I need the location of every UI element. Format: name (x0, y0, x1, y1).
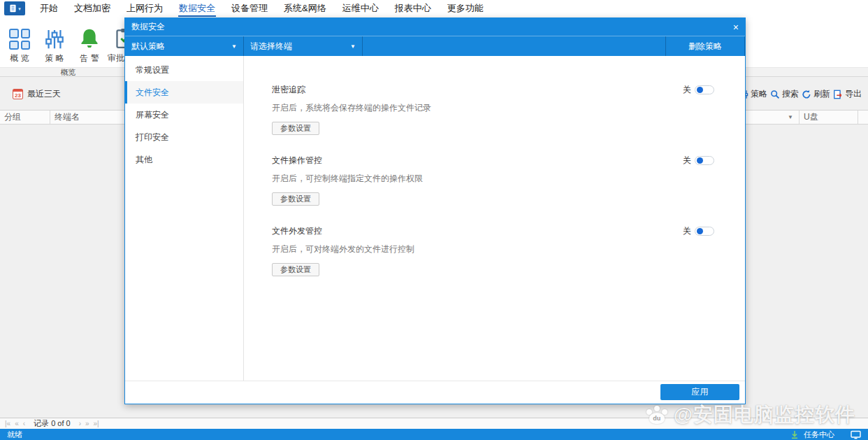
menu-tab[interactable]: 数据安全 (178, 1, 216, 17)
setting-title: 文件外发管控 (272, 225, 322, 237)
setting-toggle[interactable]: 关 (683, 155, 714, 166)
calendar-icon: 23 (13, 89, 23, 99)
pager-next-icon[interactable]: » (85, 420, 89, 427)
toggle-switch[interactable] (695, 156, 714, 165)
pagination-bar: |««‹ 记录 0 of 0 ›»»| (0, 418, 868, 429)
setting-block: 文件外发管控 关 开启后，可对终端外发的文件进行控制 参数设置 (272, 225, 714, 276)
dialog-body: 常规设置 文件安全 屏幕安全 打印安全 其他 泄密追踪 (125, 56, 745, 381)
apply-button[interactable]: 应用 (660, 384, 739, 400)
dialog-nav-item[interactable]: 屏幕安全 (125, 104, 243, 126)
close-icon[interactable]: × (733, 22, 739, 32)
status-ready-label: 就绪 (7, 430, 22, 440)
dialog-title: 数据安全 (131, 21, 165, 33)
menu-tabs: 开始 文档加密 上网行为 数据安全 设备管理 系统&网络 运维中心 报表中心 更… (39, 1, 484, 16)
toggle-switch[interactable] (695, 227, 714, 236)
tool-label: 策 略 (45, 52, 64, 64)
pager-first-group: |««‹ (5, 420, 25, 427)
column-header-usb[interactable]: U盘 (800, 111, 858, 124)
export-file-icon (833, 90, 843, 99)
setting-description: 开启后，可控制终端指定文件的操作权限 (272, 173, 714, 185)
setting-title: 文件操作管控 (272, 155, 322, 166)
menu-tab[interactable]: 设备管理 (231, 1, 268, 17)
pager-prev-icon[interactable]: |« (5, 420, 10, 427)
app-menu-caret-icon: ▾ (18, 6, 21, 11)
policy-select-dropdown[interactable]: 默认策略 ▼ (125, 36, 244, 56)
list-toolbar: 策略 搜索 刷新 导出 (739, 88, 862, 100)
param-settings-button[interactable]: 参数设置 (272, 263, 319, 276)
chevron-down-icon: ▼ (788, 111, 793, 124)
dialog-footer: 应用 (125, 381, 745, 404)
chevron-down-icon: ▼ (231, 43, 237, 50)
menu-tab[interactable]: 运维中心 (342, 1, 379, 17)
pager-prev-icon[interactable]: « (15, 420, 19, 427)
date-range-label: 最近三天 (27, 88, 61, 100)
setting-toggle[interactable]: 关 (683, 225, 714, 237)
menu-tab[interactable]: 开始 (39, 1, 59, 17)
chevron-down-icon: ▼ (350, 43, 356, 50)
dialog-settings-panel: 泄密追踪 关 开启后，系统将会保存终端的操作文件记录 参数设置 文件操作管控 (244, 56, 745, 381)
notebook-icon (8, 3, 17, 13)
terminal-select-dropdown[interactable]: 请选择终端 ▼ (244, 36, 363, 56)
setting-description: 开启后，系统将会保存终端的操作文件记录 (272, 102, 714, 114)
setting-description: 开启后，可对终端外发的文件进行控制 (272, 243, 714, 255)
menu-bar: ▾ 开始 文档加密 上网行为 数据安全 设备管理 系统&网络 运维中心 报表中心… (0, 0, 868, 17)
toggle-state-label: 关 (683, 225, 691, 237)
delete-policy-button[interactable]: 删除策略 (666, 36, 745, 56)
dialog-nav-item[interactable]: 常规设置 (125, 59, 243, 81)
menu-tab[interactable]: 文档加密 (73, 1, 111, 17)
filter-bar-spacer (363, 36, 666, 56)
application-window: ▾ 开始 文档加密 上网行为 数据安全 设备管理 系统&网络 运维中心 报表中心… (0, 0, 868, 440)
setting-toggle[interactable]: 关 (683, 84, 714, 96)
toggle-knob (697, 157, 703, 164)
record-count-label: 记录 0 of 0 (34, 418, 71, 429)
dialog-nav: 常规设置 文件安全 屏幕安全 打印安全 其他 (125, 56, 244, 381)
export-button[interactable]: 导出 (833, 88, 862, 100)
menu-tab[interactable]: 更多功能 (447, 1, 484, 17)
bell-icon (78, 27, 101, 50)
tool-policy[interactable]: 策 略 (38, 21, 71, 64)
menu-tab[interactable]: 上网行为 (126, 1, 164, 17)
refresh-button[interactable]: 刷新 (802, 88, 830, 100)
app-menu-button[interactable]: ▾ (4, 1, 25, 15)
monitor-icon[interactable] (851, 430, 861, 439)
menu-tab[interactable]: 系统&网络 (283, 1, 327, 17)
toggle-switch[interactable] (695, 85, 714, 94)
menu-tab[interactable]: 报表中心 (394, 1, 432, 17)
pager-last-group: ›»»| (79, 420, 99, 427)
date-range-filter[interactable]: 23 最近三天 (13, 88, 61, 100)
param-settings-button[interactable]: 参数设置 (272, 192, 319, 206)
status-bar: 就绪 任务中心 (0, 429, 868, 440)
search-icon (770, 90, 780, 99)
setting-title: 泄密追踪 (272, 84, 305, 96)
pager-prev-icon[interactable]: ‹ (23, 420, 25, 427)
dialog-nav-item[interactable]: 文件安全 (125, 81, 243, 104)
setting-block: 文件操作管控 关 开启后，可控制终端指定文件的操作权限 参数设置 (272, 155, 714, 206)
setting-block: 泄密追踪 关 开启后，系统将会保存终端的操作文件记录 参数设置 (272, 84, 714, 135)
dialog-filter-bar: 默认策略 ▼ 请选择终端 ▼ 删除策略 (125, 36, 745, 56)
tool-label: 告 警 (80, 52, 99, 64)
dialog-nav-item[interactable]: 打印安全 (125, 126, 243, 148)
overview-grid-icon (9, 29, 30, 50)
tool-alert[interactable]: 告 警 (73, 21, 106, 64)
ribbon-group-label: 概览 (0, 68, 136, 76)
toggle-state-label: 关 (683, 155, 691, 166)
tool-label: 概 览 (10, 52, 29, 64)
toggle-knob (697, 87, 703, 93)
param-settings-button[interactable]: 参数设置 (272, 122, 319, 135)
dialog-nav-item[interactable]: 其他 (125, 148, 243, 171)
tool-overview[interactable]: 概 览 (3, 21, 36, 64)
search-button[interactable]: 搜索 (770, 88, 799, 100)
refresh-icon (802, 90, 811, 99)
pager-next-icon[interactable]: »| (94, 420, 99, 427)
sliders-icon (44, 29, 65, 50)
toggle-knob (697, 228, 703, 234)
dialog-header: 数据安全 × (125, 18, 745, 36)
data-security-dialog: 数据安全 × 默认策略 ▼ 请选择终端 ▼ 删除策略 常规设置 文 (124, 17, 746, 404)
column-header-group[interactable]: 分组 (0, 111, 50, 124)
task-center-button[interactable]: 任务中心 (804, 430, 834, 440)
download-arrow-icon (790, 430, 799, 439)
toggle-state-label: 关 (683, 84, 691, 96)
pager-next-icon[interactable]: › (79, 420, 81, 427)
